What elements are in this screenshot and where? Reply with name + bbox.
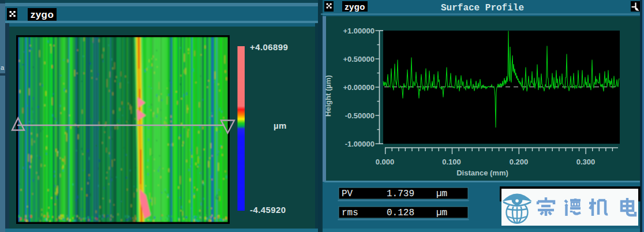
svg-text:0.200: 0.200 bbox=[510, 158, 529, 166]
svg-text:rms: rms bbox=[342, 208, 358, 218]
svg-text:Distance (mm): Distance (mm) bbox=[456, 169, 508, 177]
svg-text:1.739: 1.739 bbox=[387, 189, 414, 199]
svg-text:µm: µm bbox=[436, 208, 447, 218]
svg-text:zygo: zygo bbox=[345, 2, 365, 12]
svg-text:0.000: 0.000 bbox=[376, 158, 395, 166]
svg-text:Height (µm): Height (µm) bbox=[324, 75, 332, 117]
svg-text:+1.00000: +1.00000 bbox=[343, 27, 375, 35]
svg-text:+0.00000: +0.00000 bbox=[343, 83, 375, 92]
svg-text:+0.50000: +0.50000 bbox=[343, 55, 375, 63]
svg-text:-1.00000: -1.00000 bbox=[345, 140, 375, 148]
svg-text:µm: µm bbox=[436, 189, 447, 199]
svg-text:0.100: 0.100 bbox=[442, 158, 461, 166]
svg-text:Surface Profile: Surface Profile bbox=[441, 3, 524, 13]
svg-text:zygo: zygo bbox=[31, 9, 54, 20]
svg-text:µm: µm bbox=[274, 121, 287, 130]
svg-text:+4.06899: +4.06899 bbox=[250, 42, 288, 52]
svg-text:PV: PV bbox=[342, 189, 353, 199]
svg-text:0.300: 0.300 bbox=[576, 158, 596, 166]
svg-text:-0.50000: -0.50000 bbox=[345, 111, 375, 120]
svg-text:0.128: 0.128 bbox=[387, 208, 414, 218]
svg-text:-4.45920: -4.45920 bbox=[250, 205, 286, 215]
svg-text:a: a bbox=[1, 64, 5, 71]
